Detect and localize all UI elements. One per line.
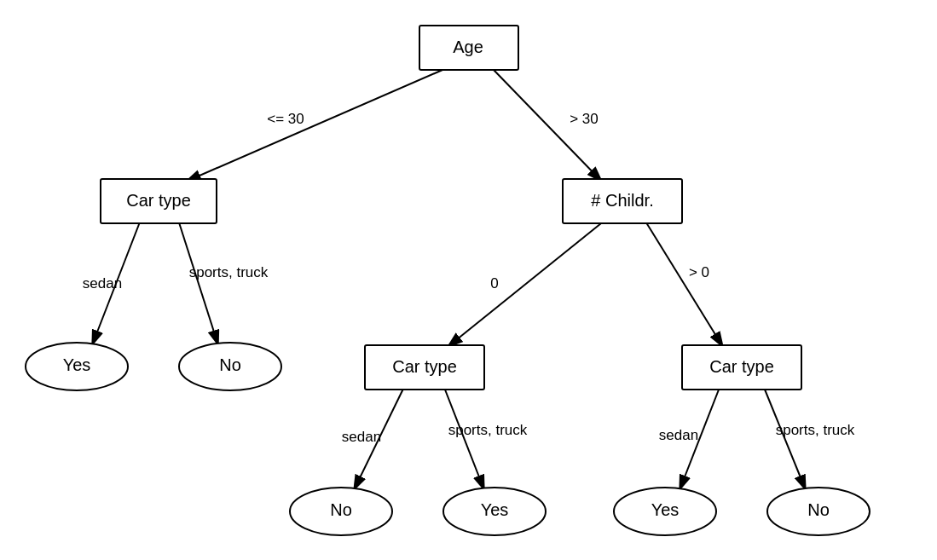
label-childr-cartypemid: 0 <box>490 275 498 292</box>
node-age-label: Age <box>453 38 483 56</box>
edge-childr-cartyperight <box>645 220 723 347</box>
label-childr-cartyperight: > 0 <box>689 264 709 280</box>
label-cartypeleft-yes: sedan <box>83 275 122 292</box>
node-childr-label: # Childr. <box>591 191 653 210</box>
label-cartyperight-noright: sports, truck <box>776 422 855 438</box>
edge-cartypeleft-no <box>178 220 218 345</box>
label-cartypeleft-no: sports, truck <box>189 264 269 280</box>
node-cartype-left-label: Car type <box>126 191 191 210</box>
node-yes-right-label: Yes <box>651 500 680 519</box>
node-yes-left-label: Yes <box>63 355 91 374</box>
label-cartyperight-yesright: sedan <box>659 427 698 443</box>
node-no-right-label: No <box>807 500 830 519</box>
label-cartypemid-nomid: sedan <box>342 429 381 445</box>
label-cartypemid-yesmid: sports, truck <box>448 422 528 438</box>
label-age-cartypeleft: <= 30 <box>267 111 304 127</box>
label-age-childr: > 30 <box>570 111 599 127</box>
decision-tree-diagram: <= 30 > 30 sedan sports, truck 0 > 0 sed… <box>0 0 937 560</box>
node-yes-mid-label: Yes <box>481 500 509 519</box>
node-no-left-label: No <box>219 355 241 374</box>
edge-childr-cartypemid <box>448 220 605 347</box>
edge-age-cartypeleft <box>186 70 442 182</box>
node-cartype-right-label: Car type <box>709 357 774 376</box>
node-cartype-mid-label: Car type <box>392 357 457 376</box>
node-no-mid-label: No <box>330 500 352 519</box>
